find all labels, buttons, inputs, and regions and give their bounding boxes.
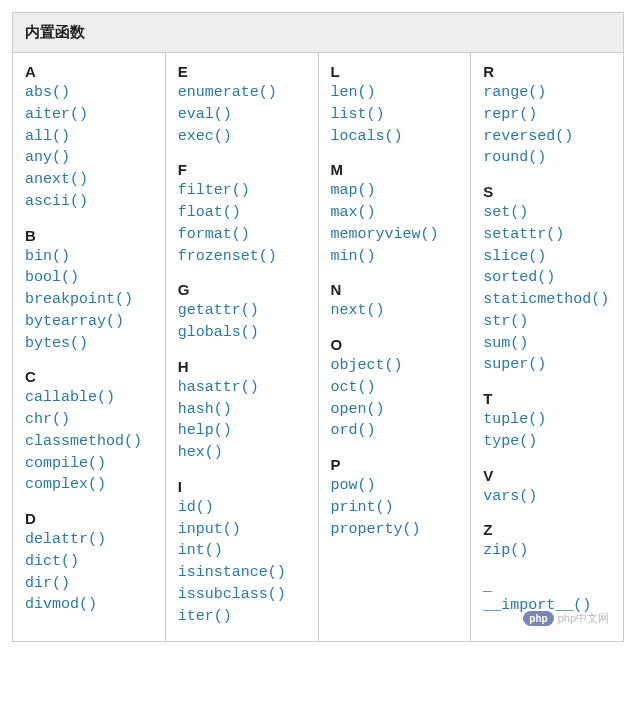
function-link[interactable]: abs() (25, 82, 153, 104)
function-link[interactable]: min() (331, 246, 459, 268)
group-letter: C (25, 368, 153, 385)
table-body: Aabs()aiter()all()any()anext()ascii()Bbi… (13, 53, 623, 641)
group-letter: T (483, 390, 611, 407)
function-link[interactable]: divmod() (25, 594, 153, 616)
column: Llen()list()locals()Mmap()max()memoryvie… (319, 53, 472, 641)
function-link[interactable]: issubclass() (178, 584, 306, 606)
function-link[interactable]: bytearray() (25, 311, 153, 333)
column: Rrange()repr()reversed()round()Sset()set… (471, 53, 623, 641)
group-letter: L (331, 63, 459, 80)
function-link[interactable]: chr() (25, 409, 153, 431)
function-link[interactable]: super() (483, 354, 611, 376)
function-link[interactable]: id() (178, 497, 306, 519)
function-link[interactable]: getattr() (178, 300, 306, 322)
function-link[interactable]: set() (483, 202, 611, 224)
group-letter: B (25, 227, 153, 244)
function-link[interactable]: dict() (25, 551, 153, 573)
letter-group: Ggetattr()globals() (178, 281, 306, 344)
function-link[interactable]: int() (178, 540, 306, 562)
function-link[interactable]: type() (483, 431, 611, 453)
function-link[interactable]: delattr() (25, 529, 153, 551)
column: Eenumerate()eval()exec()Ffilter()float()… (166, 53, 319, 641)
function-link[interactable]: sum() (483, 333, 611, 355)
function-link[interactable]: zip() (483, 540, 611, 562)
function-link[interactable]: bool() (25, 267, 153, 289)
function-link[interactable]: vars() (483, 486, 611, 508)
group-letter: O (331, 336, 459, 353)
function-link[interactable]: str() (483, 311, 611, 333)
table-header: 内置函数 (13, 13, 623, 53)
function-link[interactable]: classmethod() (25, 431, 153, 453)
function-link[interactable]: len() (331, 82, 459, 104)
letter-group: Vvars() (483, 467, 611, 508)
function-link[interactable]: slice() (483, 246, 611, 268)
group-letter: M (331, 161, 459, 178)
function-link[interactable]: open() (331, 399, 459, 421)
letter-group: Ccallable()chr()classmethod()compile()co… (25, 368, 153, 496)
letter-group: Nnext() (331, 281, 459, 322)
function-link[interactable]: hasattr() (178, 377, 306, 399)
function-link[interactable]: dir() (25, 573, 153, 595)
letter-group: Hhasattr()hash()help()hex() (178, 358, 306, 464)
function-link[interactable]: any() (25, 147, 153, 169)
function-link[interactable]: print() (331, 497, 459, 519)
function-link[interactable]: hex() (178, 442, 306, 464)
letter-group: Aabs()aiter()all()any()anext()ascii() (25, 63, 153, 213)
function-link[interactable]: breakpoint() (25, 289, 153, 311)
function-link[interactable]: callable() (25, 387, 153, 409)
function-link[interactable]: frozenset() (178, 246, 306, 268)
function-link[interactable]: next() (331, 300, 459, 322)
function-link[interactable]: help() (178, 420, 306, 442)
function-link[interactable]: property() (331, 519, 459, 541)
function-link[interactable]: bytes() (25, 333, 153, 355)
function-link[interactable]: hash() (178, 399, 306, 421)
group-letter: E (178, 63, 306, 80)
group-letter: A (25, 63, 153, 80)
group-letter: H (178, 358, 306, 375)
function-link[interactable]: repr() (483, 104, 611, 126)
function-link[interactable]: ord() (331, 420, 459, 442)
function-link[interactable]: float() (178, 202, 306, 224)
letter-group: Sset()setattr()slice()sorted()staticmeth… (483, 183, 611, 376)
function-link[interactable]: iter() (178, 606, 306, 628)
function-link[interactable]: list() (331, 104, 459, 126)
function-link[interactable]: ascii() (25, 191, 153, 213)
function-link[interactable]: enumerate() (178, 82, 306, 104)
function-link[interactable]: reversed() (483, 126, 611, 148)
function-link[interactable]: aiter() (25, 104, 153, 126)
function-link[interactable]: format() (178, 224, 306, 246)
function-link[interactable]: max() (331, 202, 459, 224)
function-link[interactable]: compile() (25, 453, 153, 475)
group-letter: G (178, 281, 306, 298)
function-link[interactable]: complex() (25, 474, 153, 496)
function-link[interactable]: sorted() (483, 267, 611, 289)
watermark-text: php中文网 (558, 611, 609, 626)
function-link[interactable]: all() (25, 126, 153, 148)
group-letter: I (178, 478, 306, 495)
letter-group: Ppow()print()property() (331, 456, 459, 540)
function-link[interactable]: filter() (178, 180, 306, 202)
function-link[interactable]: exec() (178, 126, 306, 148)
group-letter: S (483, 183, 611, 200)
function-link[interactable]: object() (331, 355, 459, 377)
function-link[interactable]: locals() (331, 126, 459, 148)
function-link[interactable]: eval() (178, 104, 306, 126)
function-link[interactable]: staticmethod() (483, 289, 611, 311)
function-link[interactable]: memoryview() (331, 224, 459, 246)
function-link[interactable]: bin() (25, 246, 153, 268)
letter-group: Zzip() (483, 521, 611, 562)
function-link[interactable]: isinstance() (178, 562, 306, 584)
function-link[interactable]: map() (331, 180, 459, 202)
function-link[interactable]: pow() (331, 475, 459, 497)
function-link[interactable]: input() (178, 519, 306, 541)
function-link[interactable]: setattr() (483, 224, 611, 246)
group-letter: Z (483, 521, 611, 538)
php-badge-icon: php (523, 611, 553, 626)
function-link[interactable]: range() (483, 82, 611, 104)
function-link[interactable]: round() (483, 147, 611, 169)
function-link[interactable]: anext() (25, 169, 153, 191)
letter-group: Oobject()oct()open()ord() (331, 336, 459, 442)
function-link[interactable]: tuple() (483, 409, 611, 431)
function-link[interactable]: globals() (178, 322, 306, 344)
function-link[interactable]: oct() (331, 377, 459, 399)
